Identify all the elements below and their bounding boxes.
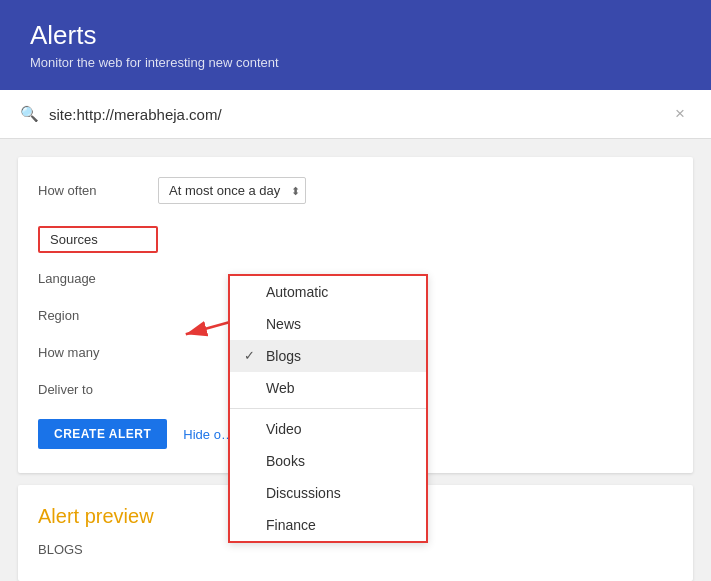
sources-option-blogs[interactable]: Blogs (230, 340, 426, 372)
how-often-row: How often At most once a day (38, 177, 673, 204)
dropdown-divider (230, 408, 426, 409)
page-header: Alerts Monitor the web for interesting n… (0, 0, 711, 90)
how-often-select[interactable]: At most once a day (158, 177, 306, 204)
sources-option-web[interactable]: Web (230, 372, 426, 404)
how-often-label: How often (38, 183, 158, 198)
deliver-to-label: Deliver to (38, 382, 158, 397)
search-input[interactable] (49, 106, 669, 123)
hide-options-link[interactable]: Hide o… (183, 427, 234, 442)
search-bar: 🔍 × (0, 90, 711, 139)
sources-option-automatic[interactable]: Automatic (230, 276, 426, 308)
how-often-select-wrap: At most once a day (158, 177, 306, 204)
page-title: Alerts (30, 20, 681, 51)
preview-content-label: BLOGS (38, 542, 673, 557)
sources-label: Sources (38, 226, 158, 253)
sources-option-books[interactable]: Books (230, 445, 426, 477)
how-many-label: How many (38, 345, 158, 360)
page-subtitle: Monitor the web for interesting new cont… (30, 55, 681, 70)
sources-dropdown-menu: Automatic News Blogs Web Video Books Dis… (228, 274, 428, 543)
language-label: Language (38, 271, 158, 286)
sources-row: Sources Automatic News Blogs Web (38, 226, 673, 253)
sources-option-finance[interactable]: Finance (230, 509, 426, 541)
main-form-card: How often At most once a day Sources Aut… (18, 157, 693, 473)
region-label: Region (38, 308, 158, 323)
search-icon: 🔍 (20, 105, 39, 123)
sources-option-news[interactable]: News (230, 308, 426, 340)
create-alert-button[interactable]: CREATE ALERT (38, 419, 167, 449)
sources-option-discussions[interactable]: Discussions (230, 477, 426, 509)
sources-option-video[interactable]: Video (230, 413, 426, 445)
clear-search-button[interactable]: × (669, 102, 691, 126)
